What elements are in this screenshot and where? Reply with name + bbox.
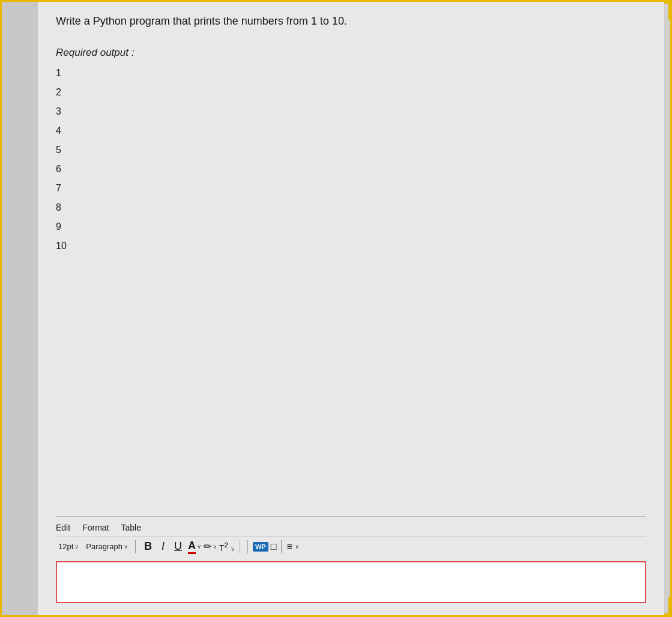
separator-2 [240,540,240,553]
formatting-bar: 12pt ∨ Paragraph ∨ B I U A ∨ ✏ ∨ [56,536,646,556]
superscript-button[interactable]: T2 ∨ [219,541,235,553]
number-line: 2 [56,85,646,100]
number-line: 3 [56,104,646,119]
number-line: 4 [56,124,646,138]
number-line: 1 [56,66,646,80]
prompt-text: Write a Python program that prints the n… [56,14,646,29]
separator-4 [281,540,282,553]
menu-bar: Edit Format Table [56,520,646,536]
paragraph-chevron: ∨ [124,543,128,550]
separator-1 [135,540,136,553]
main-content: Write a Python program that prints the n… [38,2,664,615]
color-a-label: A [188,540,196,554]
number-line: 6 [56,162,646,176]
align-chevron: ∨ [295,543,299,550]
outer-frame: Write a Python program that prints the n… [0,0,672,617]
number-line: 8 [56,200,646,215]
menu-edit[interactable]: Edit [56,523,70,532]
pencil-button-group[interactable]: ✏ ∨ [204,541,217,552]
paragraph-label: Paragraph [86,542,123,551]
align-icon[interactable]: ≡ [286,541,292,552]
number-line: 9 [56,220,646,234]
paragraph-button[interactable]: Paragraph ∨ [83,541,130,552]
color-chevron: ∨ [197,543,201,550]
italic-button[interactable]: I [158,539,168,554]
font-size-value: 12pt [58,542,73,551]
left-sidebar [2,2,38,615]
superscript-chevron: ∨ [231,545,235,552]
text-input-area[interactable] [56,561,646,603]
document-area: Write a Python program that prints the n… [56,14,646,516]
underline-button[interactable]: U [171,539,186,554]
separator-3 [247,540,248,553]
output-numbers: 12345678910 [56,66,646,253]
number-line: 5 [56,143,646,157]
pencil-icon: ✏ [204,541,211,552]
toolbar-area: Edit Format Table 12pt ∨ Paragraph ∨ B I… [56,516,646,603]
font-size-chevron: ∨ [74,543,79,550]
bold-button[interactable]: B [141,539,156,554]
number-line: 10 [56,239,646,253]
wp-badge[interactable]: WP [253,542,268,552]
menu-format[interactable]: Format [82,523,109,532]
comment-icon[interactable]: □ [271,541,277,552]
menu-table[interactable]: Table [121,523,141,532]
required-output-label: Required output : [56,47,646,59]
font-size-button[interactable]: 12pt ∨ [56,541,81,552]
number-line: 7 [56,181,646,196]
pencil-chevron: ∨ [213,543,217,550]
color-button-group[interactable]: A ∨ [188,540,201,554]
